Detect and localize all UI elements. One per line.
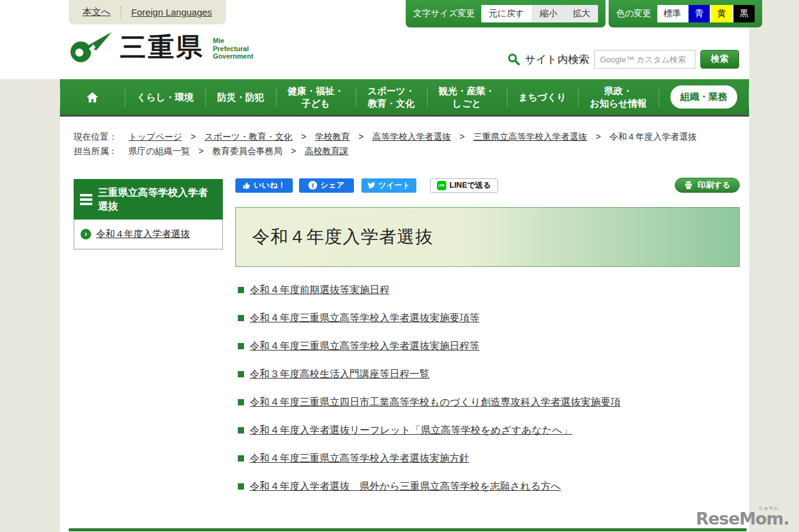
nav-label: まちづくり [518, 91, 566, 104]
menu-icon [80, 194, 92, 205]
nav-sports-education-culture[interactable]: スポーツ・ 教育・文化 [356, 79, 427, 115]
list-item: 令和４年度三重県立高等学校入学者選抜実施要項等 [238, 311, 740, 324]
nav-living-environment[interactable]: くらし・環境 [125, 79, 205, 115]
home-icon [85, 90, 100, 104]
line-icon: LINE [437, 181, 446, 190]
breadcrumb-current-page: 令和４年度入学者選抜 [609, 132, 697, 142]
nav-label: くらし・環境 [137, 91, 194, 104]
twitter-icon [368, 181, 375, 189]
list-item: 令和４年度入学者選抜リーフレット「県立高等学校をめざすあなたへ」 [238, 423, 740, 437]
site-title-english: Mie Prefectural Government [213, 37, 253, 60]
line-share-button[interactable]: LINE LINEで送る [430, 178, 498, 193]
facebook-like-button[interactable]: いいね！ [235, 178, 293, 193]
facebook-icon: f [308, 181, 317, 190]
department-board-of-education: 教育委員会事務局 [212, 146, 282, 156]
search-button[interactable]: 検索 [700, 50, 739, 69]
square-bullet-icon [238, 343, 244, 349]
site-title: 三重県 [120, 34, 204, 60]
site-search: サイト内検索 検索 [507, 50, 739, 69]
color-standard-button[interactable]: 標準 [657, 5, 687, 22]
nav-prefectural-government-info[interactable]: 県政・ お知らせ情報 [578, 79, 659, 115]
breadcrumb-link-mie-hs-admission[interactable]: 三重県立高等学校入学者選抜 [473, 132, 587, 142]
foreign-languages-link[interactable]: Foreign Languages [131, 7, 212, 17]
sidebar-header: 三重県立高等学校入学者選抜 [74, 179, 223, 220]
search-input[interactable] [594, 50, 695, 69]
watermark-text: ReseMom. [696, 509, 789, 528]
print-button[interactable]: 印刷する [675, 178, 740, 193]
link-implementation-policy[interactable]: 令和４年度三重県立高等学校入学者選抜実施方針 [250, 452, 469, 465]
department-hs-education-division-link[interactable]: 高校教育課 [305, 146, 348, 156]
breadcrumb-separator: > [358, 132, 363, 142]
nav-home[interactable] [60, 79, 125, 115]
link-implementation-guidelines[interactable]: 令和４年度三重県立高等学校入学者選抜実施要項等 [250, 311, 479, 324]
square-bullet-icon [238, 371, 244, 377]
breadcrumb-link-school-education[interactable]: 学校教育 [315, 132, 350, 142]
global-navigation: くらし・環境 防災・防犯 健康・福祉・ 子ども スポーツ・ 教育・文化 観光・産… [60, 79, 749, 117]
tweet-label: ツイート [378, 180, 410, 191]
page-title: 令和４年度入学者選抜 [236, 225, 433, 249]
breadcrumb: 現在位置： トップページ > スポーツ・教育・文化 > 学校教育 > 高等学校入… [74, 130, 735, 158]
square-bullet-icon [238, 455, 244, 462]
skip-to-content-link[interactable]: 本文へ [82, 6, 110, 18]
printer-icon [684, 181, 693, 190]
font-size-smaller-button[interactable]: 縮小 [532, 5, 565, 22]
breadcrumb-separator: > [459, 132, 464, 142]
content-column: 本文へ Foreign Languages 文字サイズ変更 元に戻す 縮小 拡大… [60, 0, 749, 532]
breadcrumb-department: 担当所属： 県庁の組織一覧 > 教育委員会事務局 > 高校教育課 [74, 144, 735, 158]
breadcrumb-link-sports-education[interactable]: スポーツ・教育・文化 [205, 132, 293, 142]
search-icon [507, 53, 520, 65]
link-yokkaichi-monodzukuri[interactable]: 令和４年度三重県立四日市工業高等学校ものづくり創造専攻科入学者選抜実施要項 [250, 395, 620, 409]
breadcrumb-separator: > [291, 146, 296, 156]
divider [120, 7, 121, 18]
main-content: いいね！ f シェア ツイート LINE LINEで送る [235, 178, 740, 508]
nav-organization-operations[interactable]: 組織・業務 [659, 79, 749, 115]
font-size-reset-button[interactable]: 元に戻す [481, 5, 532, 22]
link-intro-course-schedule[interactable]: 令和３年度高校生活入門講座等日程一覧 [250, 367, 429, 380]
nav-tourism-industry-work[interactable]: 観光・産業・ しごと [427, 79, 507, 115]
breadcrumb-link-top[interactable]: トップページ [129, 132, 182, 142]
color-black-button[interactable]: 黒 [732, 5, 755, 22]
nav-health-welfare-children[interactable]: 健康・福祉・ 子ども [276, 79, 356, 115]
like-label: いいね！ [254, 180, 286, 191]
square-bullet-icon [238, 483, 244, 490]
link-implementation-schedule[interactable]: 令和４年度三重県立高等学校入学者選抜実施日程等 [250, 339, 479, 352]
sidebar-item-r4-admission[interactable]: › 令和４年度入学者選抜 [74, 220, 223, 249]
breadcrumb-link-hs-admission[interactable]: 高等学校入学者選抜 [372, 132, 451, 142]
nav-label: 健康・福祉・ 子ども [288, 85, 344, 109]
sidebar-item-label[interactable]: 令和４年度入学者選抜 [96, 228, 190, 240]
link-out-of-prefecture-applicants[interactable]: 令和４年度入学者選抜 県外から三重県立高等学校を志願される方へ [250, 480, 561, 493]
nav-label: スポーツ・ 教育・文化 [368, 85, 415, 109]
font-size-label: 文字サイズ変更 [413, 8, 475, 19]
color-yellow-button[interactable]: 黄 [710, 5, 732, 22]
breadcrumb-separator: > [301, 132, 306, 142]
footer-top-bar [69, 528, 747, 531]
document-link-list: 令和４年度前期選抜等実施日程 令和４年度三重県立高等学校入学者選抜実施要項等 令… [235, 283, 740, 493]
link-leaflet[interactable]: 令和４年度入学者選抜リーフレット「県立高等学校をめざすあなたへ」 [250, 423, 572, 437]
nav-town-planning[interactable]: まちづくり [507, 79, 579, 115]
tweet-button[interactable]: ツイート [361, 178, 416, 193]
department-label: 担当所属： [74, 146, 117, 156]
color-blue-button[interactable]: 青 [687, 5, 710, 22]
facebook-share-button[interactable]: f シェア [299, 178, 354, 193]
accessibility-links-box: 本文へ Foreign Languages [69, 0, 226, 24]
link-zenki-schedule[interactable]: 令和４年度前期選抜等実施日程 [250, 283, 390, 296]
breadcrumb-separator: > [190, 132, 195, 142]
thumbs-up-icon [243, 181, 251, 190]
line-label: LINEで送る [449, 180, 491, 191]
breadcrumb-current: 現在位置： トップページ > スポーツ・教育・文化 > 学校教育 > 高等学校入… [74, 130, 735, 144]
square-bullet-icon [238, 427, 244, 433]
nav-disaster-crime-prevention[interactable]: 防災・防犯 [205, 79, 276, 115]
breadcrumb-separator: > [199, 146, 203, 156]
print-label: 印刷する [697, 180, 730, 191]
font-size-control: 文字サイズ変更 元に戻す 縮小 拡大 [406, 0, 605, 27]
mie-prefecture-logo-icon [69, 31, 114, 64]
nav-label: 防災・防犯 [217, 91, 264, 104]
resemom-watermark: リセマム ReseMom. [696, 510, 789, 527]
department-org-list: 県庁の組織一覧 [129, 146, 190, 156]
list-item: 令和４年度入学者選抜 県外から三重県立高等学校を志願される方へ [238, 480, 740, 493]
list-item: 令和４年度三重県立高等学校入学者選抜実施方針 [238, 452, 740, 465]
font-size-larger-button[interactable]: 拡大 [565, 5, 598, 22]
site-logo[interactable]: 三重県 Mie Prefectural Government [69, 31, 253, 64]
page-title-box: 令和４年度入学者選抜 [235, 207, 740, 267]
square-bullet-icon [238, 315, 244, 321]
